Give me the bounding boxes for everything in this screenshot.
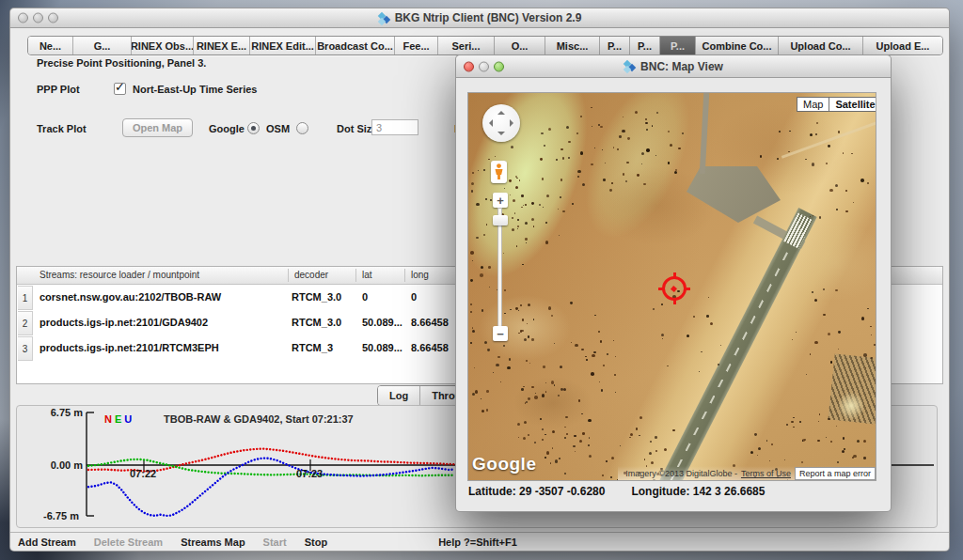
pan-down-icon[interactable] (497, 132, 505, 139)
open-map-button[interactable]: Open Map (122, 118, 193, 137)
map-window-title: BNC: Map View (456, 55, 891, 77)
map-type-satellite-button[interactable]: Satellite (829, 97, 876, 112)
map-type-control: Map Satellite (797, 97, 876, 112)
row-number[interactable]: 1 (18, 286, 33, 310)
bnc-app-icon (378, 12, 390, 24)
bottom-toolbar: Add StreamDelete StreamStreams MapStartS… (10, 532, 949, 551)
tab-8-o[interactable]: O... (495, 37, 545, 54)
ppp-plot-label: PPP Plot (37, 84, 80, 95)
checkmark-icon: ✓ (115, 80, 125, 94)
delete-stream-button: Delete Stream (94, 537, 163, 548)
stream-row-2-cell-1[interactable]: RTCM_3.0 (292, 317, 341, 328)
terms-of-use-link[interactable]: Terms of Use (741, 469, 791, 478)
xtick-0722: 07:22 (130, 468, 156, 479)
stream-row-3-cell-0[interactable]: products.igs-ip.net:2101/RTCM3EPH (39, 342, 219, 353)
legend-U: U (124, 413, 132, 425)
longitude-value: Longitude: 142 3 26.6685 (631, 485, 765, 498)
osm-radio-label: OSM (266, 123, 290, 134)
google-radio-label: Google (209, 123, 245, 134)
stream-row-2-cell-0[interactable]: products.igs-ip.net:2101/GDA9402 (39, 317, 208, 328)
tab-15-uploade[interactable]: Upload E... (863, 37, 942, 54)
plot-legend: NEU (104, 413, 132, 425)
tab-6-fee[interactable]: Fee... (395, 37, 438, 54)
google-logo: Google (472, 454, 536, 474)
pan-left-icon[interactable] (485, 119, 493, 127)
bnc-map-view-window: BNC: Map View (455, 54, 892, 512)
xtick-0723: 07:23 (296, 468, 323, 479)
map-pan-control[interactable] (482, 104, 520, 142)
stream-row-3-cell-1[interactable]: RTCM_3 (292, 342, 333, 353)
main-window-title: BKG Ntrip Client (BNC) Version 2.9 (10, 8, 949, 27)
bnc-app-icon (624, 60, 636, 72)
tab-0-ne[interactable]: Ne... (28, 37, 73, 54)
tab-4-rinexedit[interactable]: RINEX Edit... (250, 37, 316, 54)
tab-5-broadcastco[interactable]: Broadcast Co... (316, 37, 395, 54)
stream-row-1-cell-0[interactable]: corsnet.nsw.gov.au:2102/TBOB-RAW (39, 291, 221, 303)
main-tab-bar: Ne...G...RINEX Obs...RINEX E...RINEX Edi… (27, 36, 943, 55)
stream-row-3-cell-3[interactable]: 8.66458 (411, 342, 449, 353)
satellite-map[interactable]: + − Map Satellite Google Imagery ©2013 D… (468, 93, 876, 480)
col-long[interactable]: long (411, 270, 429, 280)
col-mountpoint[interactable]: Streams: resource loader / mountpoint (39, 270, 199, 280)
tab-7-seri[interactable]: Seri... (438, 37, 495, 54)
panel-heading: Precise Point Positioning, Panel 3. (37, 57, 206, 69)
stream-row-1-cell-1[interactable]: RTCM_3.0 (292, 291, 341, 303)
add-stream-button[interactable]: Add Stream (18, 537, 76, 548)
tab-13-combineco[interactable]: Combine Co... (696, 37, 779, 54)
stream-row-2-cell-2[interactable]: 50.089... (362, 317, 403, 328)
pegman-icon (494, 163, 504, 180)
column-divider[interactable] (355, 269, 356, 282)
map-type-map-button[interactable]: Map (797, 97, 829, 112)
ytick-bottom: -6.75 m (23, 510, 79, 521)
desktop: BKG Ntrip Client (BNC) Version 2.9 Ne...… (0, 0, 963, 560)
google-radio[interactable] (247, 122, 260, 134)
legend-N: N (104, 413, 112, 425)
tab-11-p[interactable]: P... (630, 37, 660, 54)
pan-up-icon[interactable] (497, 107, 505, 115)
map-attribution: Imagery ©2013 DigitalGlobe - Terms of Us… (618, 466, 876, 480)
plot-title: TBOB-RAW & GDA9402, Start 07:21:37 (164, 413, 354, 425)
zoom-out-button[interactable]: − (493, 326, 508, 341)
dot-size-field[interactable]: 3 (371, 119, 418, 135)
tab-1-g[interactable]: G... (73, 37, 132, 54)
help-shortcut-label: Help ?=Shift+F1 (438, 537, 517, 548)
imagery-credit: Imagery ©2013 DigitalGlobe - (625, 469, 737, 478)
stream-row-2-cell-3[interactable]: 8.66458 (411, 317, 449, 328)
tab-3-rinexe[interactable]: RINEX E... (194, 37, 250, 54)
log-tab-log[interactable]: Log (378, 386, 420, 405)
tab-10-p[interactable]: P... (600, 37, 630, 54)
coordinates-bar: Latitude: 29 -3507 -0.6280 Longitude: 14… (468, 485, 765, 498)
neu-timeseries-checkbox[interactable]: ✓ (114, 83, 126, 95)
stream-row-1-cell-3[interactable]: 0 (411, 291, 417, 303)
street-view-pegman[interactable] (491, 161, 507, 183)
neu-timeseries-label: Nort-East-Up Time Series (133, 84, 257, 95)
stop-button[interactable]: Stop (305, 537, 327, 548)
column-divider[interactable] (404, 269, 405, 282)
tab-14-uploadco[interactable]: Upload Co... (779, 37, 863, 54)
latitude-value: Latitude: 29 -3507 -0.6280 (468, 485, 605, 498)
tab-12-p[interactable]: P... (660, 37, 696, 54)
pan-right-icon[interactable] (510, 119, 517, 127)
start-button: Start (263, 537, 287, 548)
row-number[interactable]: 2 (18, 311, 33, 335)
report-map-error-link[interactable]: Report a map error (795, 467, 876, 480)
radio-dot (251, 126, 256, 131)
stream-row-1-cell-2[interactable]: 0 (362, 291, 368, 303)
col-lat[interactable]: lat (362, 270, 372, 280)
zoom-slider-track[interactable] (497, 208, 502, 328)
row-number[interactable]: 3 (18, 336, 33, 361)
stream-row-3-cell-2[interactable]: 50.089... (362, 342, 403, 353)
map-titlebar[interactable]: BNC: Map View (456, 55, 891, 78)
track-plot-label: Track Plot (37, 123, 87, 134)
column-divider[interactable] (288, 269, 289, 282)
legend-E: E (115, 413, 121, 425)
tab-9-misc[interactable]: Misc... (545, 37, 600, 54)
col-decoder[interactable]: decoder (294, 270, 328, 280)
zoom-in-button[interactable]: + (493, 193, 508, 208)
ytick-top: 6.75 m (26, 407, 83, 418)
osm-radio[interactable] (296, 122, 308, 134)
main-titlebar[interactable]: BKG Ntrip Client (BNC) Version 2.9 (10, 8, 949, 28)
tab-2-rinexobs[interactable]: RINEX Obs... (132, 37, 194, 54)
zoom-slider-handle[interactable] (493, 215, 508, 226)
streams-map-button[interactable]: Streams Map (181, 537, 245, 548)
